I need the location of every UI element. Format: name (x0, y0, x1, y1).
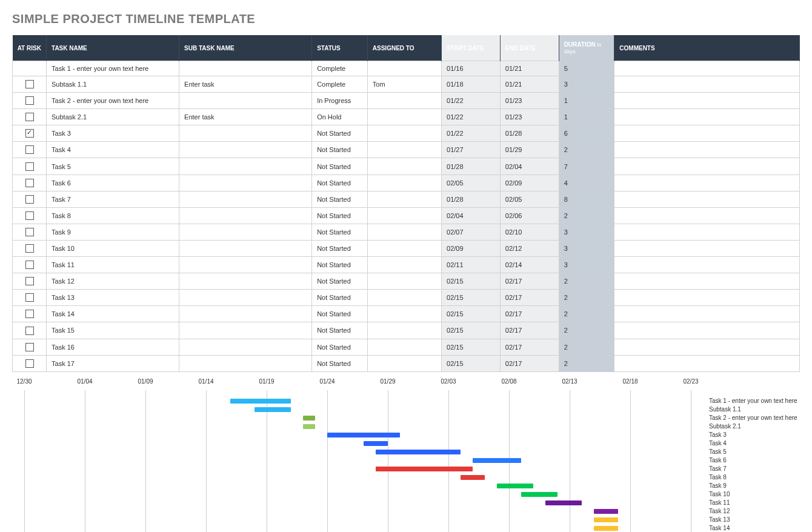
risk-cell[interactable] (13, 240, 47, 256)
end-cell[interactable]: 02/17 (500, 339, 559, 355)
task-cell[interactable]: Task 16 (47, 339, 179, 355)
start-cell[interactable]: 02/05 (442, 175, 501, 191)
status-cell[interactable]: On Hold (312, 109, 368, 125)
status-cell[interactable]: Not Started (312, 257, 368, 273)
assigned-cell[interactable] (367, 257, 441, 273)
task-cell[interactable]: Task 15 (47, 322, 179, 339)
duration-cell[interactable]: 3 (559, 240, 614, 256)
status-cell[interactable]: Not Started (312, 322, 368, 339)
assigned-cell[interactable] (367, 125, 441, 142)
start-cell[interactable]: 01/28 (442, 191, 501, 207)
comments-cell[interactable] (614, 93, 800, 109)
start-cell[interactable]: 01/22 (442, 93, 501, 109)
comments-cell[interactable] (614, 224, 800, 240)
end-cell[interactable]: 02/17 (500, 355, 559, 371)
assigned-cell[interactable] (367, 273, 441, 290)
risk-cell[interactable] (13, 257, 47, 273)
duration-cell[interactable]: 3 (559, 257, 614, 273)
duration-cell[interactable]: 2 (559, 306, 614, 322)
end-cell[interactable]: 02/12 (500, 240, 559, 256)
start-cell[interactable]: 01/18 (442, 76, 501, 93)
end-cell[interactable]: 02/06 (500, 207, 559, 224)
comments-cell[interactable] (614, 158, 800, 175)
assigned-cell[interactable] (367, 142, 441, 158)
comments-cell[interactable] (614, 339, 800, 355)
assigned-cell[interactable] (367, 224, 441, 240)
risk-cell[interactable] (13, 158, 47, 175)
status-cell[interactable]: Not Started (312, 142, 368, 158)
duration-cell[interactable]: 2 (559, 355, 614, 371)
end-cell[interactable]: 01/21 (500, 76, 559, 93)
comments-cell[interactable] (614, 257, 800, 273)
risk-cell[interactable] (13, 61, 47, 76)
task-cell[interactable]: Task 3 (47, 125, 179, 142)
task-cell[interactable]: Task 9 (47, 224, 179, 240)
assigned-cell[interactable] (367, 207, 441, 224)
end-cell[interactable]: 02/05 (500, 191, 559, 207)
task-cell[interactable]: Subtask 2.1 (47, 109, 179, 125)
sub-cell[interactable] (179, 191, 312, 207)
risk-checkbox[interactable] (25, 179, 34, 187)
start-cell[interactable]: 02/15 (442, 273, 501, 290)
assigned-cell[interactable] (367, 240, 441, 256)
risk-checkbox[interactable] (25, 261, 34, 269)
risk-checkbox[interactable] (25, 343, 34, 351)
assigned-cell[interactable] (367, 175, 441, 191)
duration-cell[interactable]: 6 (559, 125, 614, 142)
status-cell[interactable]: In Progress (312, 93, 368, 109)
end-cell[interactable]: 02/09 (500, 175, 559, 191)
sub-cell[interactable] (179, 273, 312, 290)
risk-cell[interactable] (13, 93, 47, 109)
risk-checkbox[interactable] (25, 359, 34, 368)
assigned-cell[interactable] (367, 158, 441, 175)
status-cell[interactable]: Not Started (312, 355, 368, 371)
comments-cell[interactable] (614, 240, 800, 256)
sub-cell[interactable] (179, 207, 312, 224)
risk-checkbox[interactable] (25, 113, 34, 121)
duration-cell[interactable]: 2 (559, 339, 614, 355)
sub-cell[interactable] (179, 257, 312, 273)
risk-cell[interactable] (13, 290, 47, 306)
status-cell[interactable]: Not Started (312, 306, 368, 322)
comments-cell[interactable] (614, 207, 800, 224)
risk-cell[interactable] (13, 76, 47, 93)
status-cell[interactable]: Not Started (312, 290, 368, 306)
sub-cell[interactable] (179, 125, 312, 142)
status-cell[interactable]: Not Started (312, 207, 368, 224)
status-cell[interactable]: Complete (312, 61, 368, 76)
sub-cell[interactable] (179, 290, 312, 306)
start-cell[interactable]: 02/15 (442, 322, 501, 339)
duration-cell[interactable]: 2 (559, 207, 614, 224)
comments-cell[interactable] (614, 175, 800, 191)
risk-checkbox[interactable] (25, 162, 34, 171)
duration-cell[interactable]: 3 (559, 76, 614, 93)
task-cell[interactable]: Task 7 (47, 191, 179, 207)
risk-checkbox[interactable] (25, 277, 34, 285)
start-cell[interactable]: 01/28 (442, 158, 501, 175)
risk-cell[interactable] (13, 355, 47, 371)
comments-cell[interactable] (614, 322, 800, 339)
end-cell[interactable]: 01/29 (500, 142, 559, 158)
end-cell[interactable]: 02/17 (500, 322, 559, 339)
risk-cell[interactable] (13, 306, 47, 322)
sub-cell[interactable] (179, 339, 312, 355)
comments-cell[interactable] (614, 142, 800, 158)
start-cell[interactable]: 02/15 (442, 339, 501, 355)
task-cell[interactable]: Task 17 (47, 355, 179, 371)
risk-cell[interactable] (13, 191, 47, 207)
end-cell[interactable]: 01/21 (500, 61, 559, 76)
sub-cell[interactable] (179, 175, 312, 191)
risk-checkbox[interactable] (25, 129, 34, 138)
task-cell[interactable]: Task 1 - enter your own text here (47, 61, 179, 76)
start-cell[interactable]: 02/11 (442, 257, 501, 273)
duration-cell[interactable]: 7 (559, 158, 614, 175)
sub-cell[interactable] (179, 355, 312, 371)
sub-cell[interactable] (179, 142, 312, 158)
end-cell[interactable]: 02/17 (500, 290, 559, 306)
sub-cell[interactable] (179, 322, 312, 339)
sub-cell[interactable] (179, 93, 312, 109)
status-cell[interactable]: Not Started (312, 224, 368, 240)
comments-cell[interactable] (614, 109, 800, 125)
sub-cell[interactable]: Enter task (179, 109, 312, 125)
comments-cell[interactable] (614, 306, 800, 322)
